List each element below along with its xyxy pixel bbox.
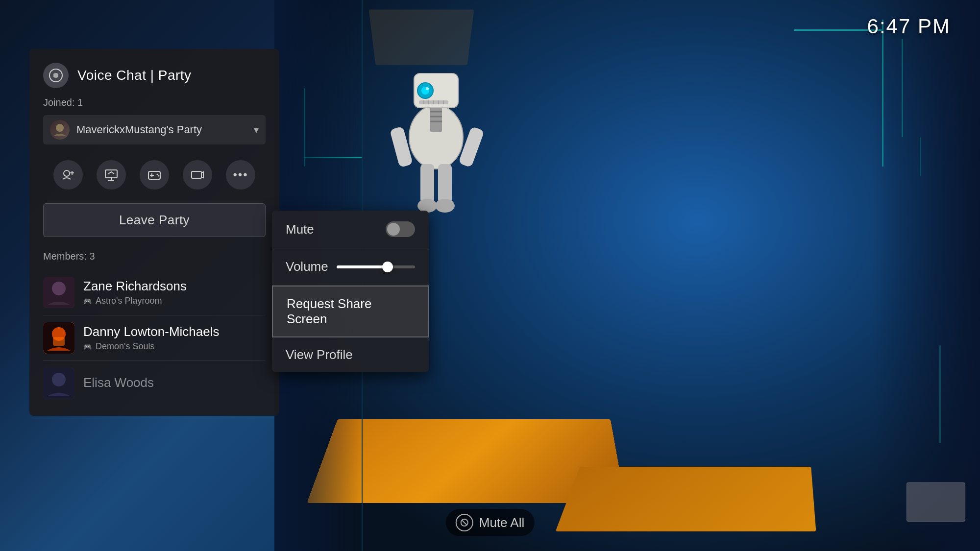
context-menu: Mute Volume Request Share Screen View Pr… — [272, 211, 429, 372]
svg-point-23 — [56, 124, 64, 132]
member-avatar-zane — [43, 277, 74, 308]
game-share-button[interactable] — [140, 160, 169, 190]
mute-row: Mute — [286, 221, 415, 237]
game-name-zane: Astro's Playroom — [96, 296, 162, 306]
clock: 6:47 PM — [867, 15, 951, 38]
right-wall — [872, 0, 980, 551]
volume-section: Volume — [272, 248, 429, 286]
mute-all-icon — [456, 514, 473, 531]
view-profile-item[interactable]: View Profile — [272, 337, 429, 372]
game-name-danny: Demon's Souls — [96, 341, 155, 352]
svg-point-43 — [52, 373, 66, 386]
party-row-left: MaverickxMustang's Party — [50, 120, 202, 140]
platform-orange-2 — [556, 467, 816, 531]
controller-icon-zane: 🎮 — [83, 297, 92, 305]
svg-rect-19 — [438, 164, 452, 203]
add-player-button[interactable] — [53, 160, 83, 190]
camera-button[interactable] — [183, 160, 212, 190]
svg-point-38 — [52, 282, 66, 295]
request-share-screen-item[interactable]: Request Share Screen — [272, 286, 429, 337]
mute-all-label: Mute All — [479, 515, 525, 530]
mute-section: Mute — [272, 211, 429, 248]
volume-slider[interactable] — [337, 265, 415, 268]
volume-thumb[interactable] — [382, 262, 393, 272]
controller-icon-danny: 🎮 — [83, 343, 92, 351]
panel-title: Voice Chat | Party — [77, 68, 192, 83]
voice-chat-icon — [43, 63, 69, 88]
member-name-elisa: Elisa Woods — [83, 375, 266, 390]
volume-row: Volume — [286, 259, 415, 274]
svg-point-21 — [435, 199, 455, 213]
member-info-elisa: Elisa Woods — [83, 375, 266, 392]
svg-point-24 — [64, 170, 70, 176]
party-name: MaverickxMustang's Party — [76, 123, 202, 136]
bottom-bar: Mute All — [446, 509, 535, 536]
decor-box — [906, 482, 965, 522]
svg-point-33 — [157, 174, 158, 175]
svg-point-34 — [158, 175, 160, 177]
svg-rect-41 — [53, 337, 65, 346]
chevron-down-icon[interactable]: ▾ — [254, 124, 259, 136]
leave-party-button[interactable]: Leave Party — [43, 203, 266, 237]
svg-marker-36 — [201, 172, 203, 178]
joined-count: Joined: 1 — [43, 97, 266, 108]
svg-rect-35 — [192, 171, 201, 178]
member-game-zane: 🎮 Astro's Playroom — [83, 296, 266, 306]
svg-line-45 — [462, 520, 467, 525]
svg-point-9 — [426, 87, 429, 90]
mute-all-button[interactable]: Mute All — [446, 509, 535, 536]
voice-chat-panel: Voice Chat | Party Joined: 1 MaverickxMu… — [29, 49, 279, 416]
member-name-zane: Zane Richardsons — [83, 279, 266, 294]
party-avatar — [50, 120, 70, 140]
toggle-knob — [387, 223, 400, 236]
screen-share-button[interactable] — [97, 160, 126, 190]
party-selector[interactable]: MaverickxMustang's Party ▾ — [43, 115, 266, 144]
member-avatar-elisa — [43, 368, 74, 399]
member-item-zane[interactable]: Zane Richardsons 🎮 Astro's Playroom — [43, 270, 266, 315]
svg-rect-18 — [420, 164, 434, 203]
more-options-button[interactable]: ••• — [226, 160, 255, 190]
member-info-zane: Zane Richardsons 🎮 Astro's Playroom — [83, 279, 266, 306]
member-item-danny[interactable]: Danny Lowton-Michaels 🎮 Demon's Souls — [43, 315, 266, 361]
mute-toggle[interactable] — [386, 221, 415, 237]
neon-vertical — [882, 20, 883, 167]
volume-label: Volume — [286, 259, 328, 274]
member-name-danny: Danny Lowton-Michaels — [83, 324, 266, 339]
action-icons-row: ••• — [43, 155, 266, 194]
mute-label: Mute — [286, 222, 314, 237]
member-avatar-danny — [43, 322, 74, 354]
neon-vertical-2 — [902, 39, 903, 137]
volume-fill — [337, 265, 388, 268]
member-item-elisa[interactable]: Elisa Woods — [43, 361, 266, 406]
members-count: Members: 3 — [43, 251, 266, 262]
member-game-danny: 🎮 Demon's Souls — [83, 341, 266, 352]
member-info-danny: Danny Lowton-Michaels 🎮 Demon's Souls — [83, 324, 266, 352]
top-decor — [369, 9, 474, 65]
panel-header: Voice Chat | Party — [43, 63, 266, 88]
svg-rect-27 — [105, 170, 117, 178]
